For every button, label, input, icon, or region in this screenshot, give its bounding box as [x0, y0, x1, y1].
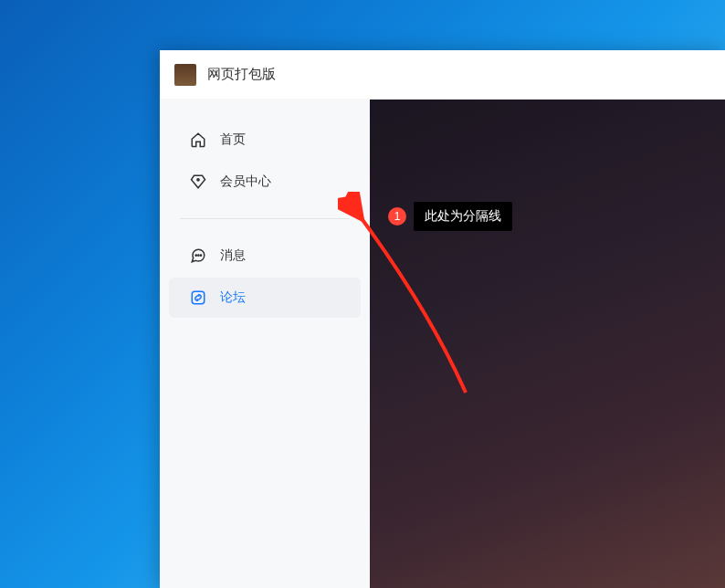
- sidebar: 首页 会员中心: [160, 100, 370, 588]
- sidebar-item-forum[interactable]: 论坛: [169, 278, 361, 318]
- sidebar-item-member[interactable]: 会员中心: [169, 162, 361, 202]
- sidebar-item-label: 论坛: [220, 289, 246, 306]
- sidebar-item-message[interactable]: 消息: [169, 236, 361, 276]
- svg-point-2: [198, 255, 199, 256]
- sidebar-item-home[interactable]: 首页: [169, 120, 361, 160]
- app-title: 网页打包版: [207, 66, 276, 83]
- svg-point-3: [200, 255, 201, 256]
- svg-point-1: [195, 255, 196, 256]
- sidebar-divider: [180, 218, 350, 219]
- home-icon: [189, 131, 207, 149]
- sidebar-item-label: 首页: [220, 131, 246, 148]
- annotation-text: 此处为分隔线: [414, 202, 512, 231]
- svg-point-0: [197, 179, 199, 181]
- annotation-callout: 1 此处为分隔线: [388, 202, 512, 231]
- sidebar-item-label: 消息: [220, 247, 246, 264]
- content-area: [370, 100, 725, 588]
- annotation-badge: 1: [388, 207, 406, 226]
- link-icon: [189, 289, 207, 307]
- message-icon: [189, 247, 207, 265]
- app-body: 首页 会员中心: [160, 100, 725, 588]
- diamond-icon: [189, 173, 207, 191]
- app-logo-icon: [174, 64, 196, 86]
- sidebar-item-label: 会员中心: [220, 173, 271, 190]
- app-window: 网页打包版 首页 会员中心: [160, 50, 725, 588]
- titlebar: 网页打包版: [160, 50, 725, 100]
- svg-rect-4: [192, 291, 205, 304]
